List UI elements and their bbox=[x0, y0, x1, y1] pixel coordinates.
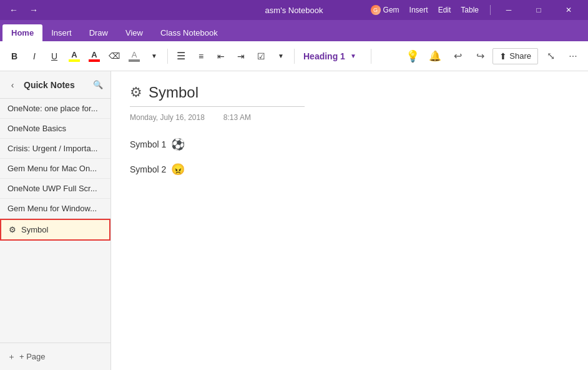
sidebar-item-symbol[interactable]: ⚙ Symbol bbox=[0, 219, 110, 241]
nav-back-button[interactable]: ← bbox=[5, 2, 22, 18]
note-title: Symbol bbox=[149, 84, 198, 101]
add-page-icon: ＋ bbox=[7, 351, 16, 362]
note-time: 8:13 AM bbox=[223, 113, 251, 122]
sidebar-item-gem-mac[interactable]: Gem Menu for Mac On... bbox=[0, 159, 110, 179]
sidebar: ‹ Quick Notes 🔍 OneNote: one place for..… bbox=[0, 71, 111, 370]
window-controls: G Gem Insert Edit Table ─ □ ✕ bbox=[363, 0, 583, 20]
heading-selector[interactable]: Heading 1 ▼ bbox=[298, 49, 367, 64]
sidebar-item-symbol-label: Symbol bbox=[21, 225, 48, 234]
sidebar-item-symbol-icon: ⚙ bbox=[9, 225, 16, 234]
note-line-2-symbol: 😠 bbox=[171, 159, 185, 179]
sidebar-back-button[interactable]: ‹ bbox=[5, 78, 20, 92]
note-date: Monday, July 16, 2018 bbox=[130, 113, 205, 122]
note-line-1-text: Symbol 1 bbox=[130, 137, 166, 152]
note-line-1-symbol: ⚽ bbox=[171, 134, 185, 154]
sidebar-item-onenote-place[interactable]: OneNote: one place for... bbox=[0, 99, 110, 119]
insert-menu-button[interactable]: Insert bbox=[404, 4, 433, 16]
increase-indent-button[interactable]: ⇥ bbox=[232, 47, 250, 66]
style-dropdown-button[interactable]: ▼ bbox=[145, 47, 164, 66]
ribbon-tabs: Home Insert Draw View Class Notebook bbox=[0, 20, 588, 41]
note-line-2-text: Symbol 2 bbox=[130, 162, 166, 178]
divider bbox=[490, 5, 491, 15]
nav-buttons: ← → bbox=[5, 2, 42, 18]
share-button[interactable]: ⬆ Share bbox=[492, 48, 538, 64]
table-menu-button[interactable]: Table bbox=[456, 4, 484, 16]
sidebar-item-gem-windows[interactable]: Gem Menu for Window... bbox=[0, 199, 110, 219]
tab-draw[interactable]: Draw bbox=[81, 24, 117, 41]
redo-button[interactable]: ↪ bbox=[470, 46, 490, 66]
bold-button[interactable]: B bbox=[5, 47, 24, 66]
add-page-label: + Page bbox=[19, 352, 46, 361]
checkbox-button[interactable]: ☑ bbox=[252, 47, 270, 66]
more-options-button[interactable]: ··· bbox=[563, 46, 583, 66]
decrease-indent-button[interactable]: ⇤ bbox=[212, 47, 230, 66]
gem-icon: G bbox=[371, 5, 381, 15]
sidebar-search-button[interactable]: 🔍 bbox=[91, 78, 105, 92]
minimize-button[interactable]: ─ bbox=[494, 0, 523, 20]
main-area: ‹ Quick Notes 🔍 OneNote: one place for..… bbox=[0, 71, 588, 370]
font-bg-color-button[interactable]: A bbox=[125, 47, 144, 66]
sidebar-item-onenote-basics[interactable]: OneNote Basics bbox=[0, 119, 110, 139]
underline-button[interactable]: U bbox=[45, 47, 64, 66]
tab-insert[interactable]: Insert bbox=[42, 24, 81, 41]
lightbulb-button[interactable]: 💡 bbox=[403, 46, 423, 66]
expand-button[interactable]: ⤡ bbox=[541, 46, 561, 66]
heading-dropdown-icon: ▼ bbox=[350, 52, 356, 59]
note-divider bbox=[130, 106, 305, 107]
toolbar: B I U A A ⌫ A ▼ ☰ ≡ ⇤ ⇥ ☑ ▼ Heading 1 bbox=[0, 41, 588, 71]
note-line-2: Symbol 2 😠 bbox=[130, 159, 569, 179]
sidebar-item-onenote-uwp[interactable]: OneNote UWP Full Scr... bbox=[0, 179, 110, 199]
tab-home[interactable]: Home bbox=[2, 24, 42, 41]
bullet-list-button[interactable]: ☰ bbox=[172, 47, 190, 66]
heading-label: Heading 1 bbox=[303, 51, 345, 61]
note-metadata: Monday, July 16, 2018 8:13 AM bbox=[130, 113, 569, 122]
numbered-list-button[interactable]: ≡ bbox=[192, 47, 210, 66]
add-page-button[interactable]: ＋ + Page bbox=[0, 342, 110, 370]
tab-class-notebook[interactable]: Class Notebook bbox=[152, 24, 227, 41]
title-bar-left: ← → bbox=[5, 2, 42, 18]
sidebar-item-crisis[interactable]: Crisis: Urgent / Importa... bbox=[0, 139, 110, 159]
tab-view[interactable]: View bbox=[117, 24, 152, 41]
nav-forward-button[interactable]: → bbox=[25, 2, 42, 18]
note-content-area: ⚙ Symbol Monday, July 16, 2018 8:13 AM S… bbox=[111, 71, 588, 370]
separator-1 bbox=[167, 49, 168, 64]
italic-button[interactable]: I bbox=[25, 47, 44, 66]
note-body: Symbol 1 ⚽ Symbol 2 😠 bbox=[130, 134, 569, 180]
sidebar-header: ‹ Quick Notes 🔍 bbox=[0, 71, 110, 99]
undo-button[interactable]: ↩ bbox=[448, 46, 468, 66]
sidebar-items-list: OneNote: one place for... OneNote Basics… bbox=[0, 99, 110, 342]
toolbar-right: 💡 🔔 ↩ ↪ ⬆ Share ⤡ ··· bbox=[403, 46, 583, 66]
eraser-button[interactable]: ⌫ bbox=[105, 47, 124, 66]
note-gear-icon: ⚙ bbox=[130, 84, 142, 101]
title-bar: ← → asm's Notebook G Gem Insert Edit Tab… bbox=[0, 0, 588, 20]
restore-button[interactable]: □ bbox=[524, 0, 553, 20]
bell-button[interactable]: 🔔 bbox=[425, 46, 445, 66]
context-menu-bar: G Gem Insert Edit Table bbox=[363, 4, 486, 16]
gem-menu-button[interactable]: G Gem bbox=[366, 4, 404, 16]
font-color-button[interactable]: A bbox=[85, 47, 104, 66]
sidebar-title: Quick Notes bbox=[24, 80, 87, 90]
close-button[interactable]: ✕ bbox=[554, 0, 583, 20]
note-line-1: Symbol 1 ⚽ bbox=[130, 134, 569, 154]
separator-3 bbox=[371, 49, 371, 64]
edit-menu-button[interactable]: Edit bbox=[433, 4, 456, 16]
separator-2 bbox=[294, 49, 295, 64]
note-title-row: ⚙ Symbol bbox=[130, 84, 569, 101]
app-title: asm's Notebook bbox=[265, 6, 323, 15]
highlight-button[interactable]: A bbox=[65, 47, 84, 66]
list-dropdown-button[interactable]: ▼ bbox=[272, 47, 290, 66]
